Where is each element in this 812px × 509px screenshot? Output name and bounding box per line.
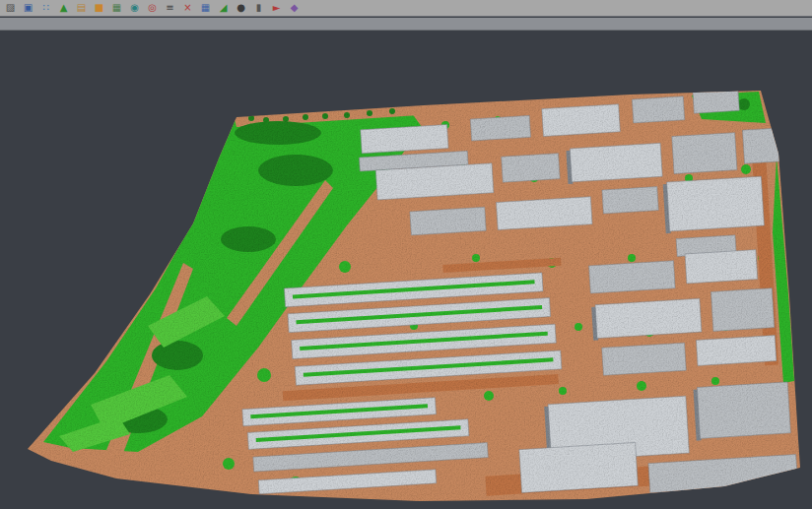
crop-icon[interactable]: × <box>179 1 196 16</box>
terrain-icon[interactable]: ▲ <box>55 1 72 16</box>
secondary-toolbar <box>0 18 812 31</box>
measure-icon[interactable]: ◎ <box>144 1 161 16</box>
viewport-3d[interactable] <box>0 31 812 509</box>
globe-icon[interactable]: ◉ <box>126 1 143 16</box>
classification-icon[interactable]: ■ <box>91 1 107 16</box>
speckle-noise <box>0 31 812 509</box>
save-icon[interactable]: ▣ <box>20 1 36 16</box>
flag-icon[interactable]: ► <box>268 1 285 16</box>
grid-icon[interactable]: ▦ <box>197 1 214 16</box>
mesh-icon[interactable]: ▦ <box>108 1 125 16</box>
settings-icon[interactable]: ≡ <box>162 1 178 16</box>
open-project-icon[interactable]: ▨ <box>2 1 19 16</box>
vegetation-icon[interactable]: ◢ <box>215 1 232 16</box>
main-toolbar: ▨ ▣ ∷ ▲ ▤ ■ ▦ ◉ ◎ ≡ × ▦ ◢ ● ▮ ► ◆ <box>0 0 812 17</box>
info-icon[interactable]: ◆ <box>286 1 303 16</box>
sphere-icon[interactable]: ● <box>233 1 249 16</box>
pointcloud-scene <box>0 31 812 509</box>
orthophoto-icon[interactable]: ▤ <box>73 1 90 16</box>
histogram-icon[interactable]: ▮ <box>250 1 267 16</box>
point-cloud-icon[interactable]: ∷ <box>37 1 54 16</box>
